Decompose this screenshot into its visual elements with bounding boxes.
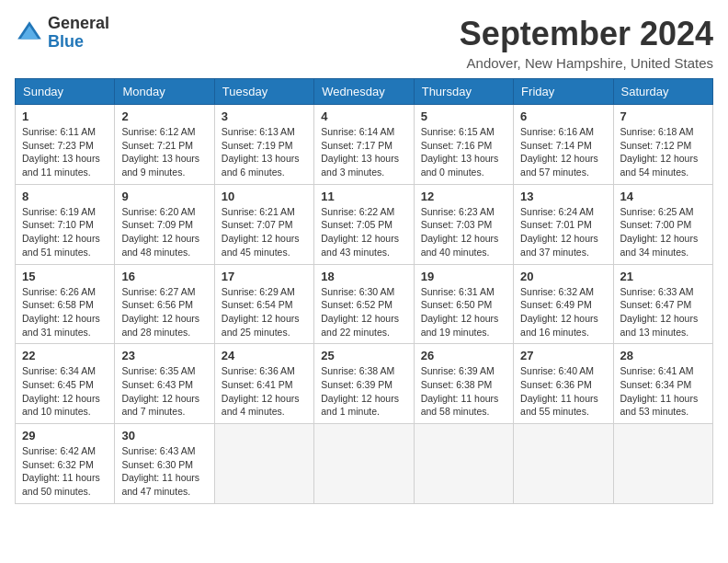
col-thursday: Thursday: [414, 79, 513, 105]
day-detail: Sunrise: 6:38 AM Sunset: 6:39 PM Dayligh…: [321, 364, 406, 419]
day-detail: Sunrise: 6:42 AM Sunset: 6:32 PM Dayligh…: [22, 444, 108, 499]
day-number: 1: [22, 109, 108, 123]
day-detail: Sunrise: 6:36 AM Sunset: 6:41 PM Dayligh…: [222, 364, 307, 419]
weekday-row: Sunday Monday Tuesday Wednesday Thursday…: [16, 79, 713, 105]
calendar-cell: 20 Sunrise: 6:32 AM Sunset: 6:49 PM Dayl…: [514, 264, 613, 344]
day-detail: Sunrise: 6:30 AM Sunset: 6:52 PM Dayligh…: [321, 285, 406, 339]
day-number: 10: [222, 190, 307, 203]
day-detail: Sunrise: 6:23 AM Sunset: 7:03 PM Dayligh…: [421, 205, 506, 259]
calendar-cell: [613, 424, 712, 504]
calendar-cell: [414, 424, 513, 504]
day-detail: Sunrise: 6:31 AM Sunset: 6:50 PM Dayligh…: [421, 285, 506, 339]
day-detail: Sunrise: 6:15 AM Sunset: 7:16 PM Dayligh…: [421, 125, 506, 179]
day-detail: Sunrise: 6:18 AM Sunset: 7:12 PM Dayligh…: [620, 125, 706, 179]
calendar-cell: 30 Sunrise: 6:43 AM Sunset: 6:30 PM Dayl…: [115, 424, 214, 504]
calendar-cell: 14 Sunrise: 6:25 AM Sunset: 7:00 PM Dayl…: [613, 184, 712, 264]
calendar-cell: 9 Sunrise: 6:20 AM Sunset: 7:09 PM Dayli…: [115, 184, 214, 264]
day-number: 9: [121, 190, 207, 203]
day-detail: Sunrise: 6:24 AM Sunset: 7:01 PM Dayligh…: [520, 205, 606, 259]
day-number: 5: [421, 109, 506, 123]
calendar-cell: 26 Sunrise: 6:39 AM Sunset: 6:38 PM Dayl…: [414, 344, 513, 424]
day-detail: Sunrise: 6:22 AM Sunset: 7:05 PM Dayligh…: [321, 205, 406, 259]
day-number: 27: [520, 349, 606, 362]
day-number: 26: [421, 349, 506, 362]
col-sunday: Sunday: [16, 79, 115, 105]
calendar-table: Sunday Monday Tuesday Wednesday Thursday…: [15, 78, 713, 504]
day-detail: Sunrise: 6:21 AM Sunset: 7:07 PM Dayligh…: [222, 205, 307, 259]
day-number: 18: [321, 270, 406, 283]
day-number: 17: [222, 270, 307, 283]
day-number: 22: [22, 349, 108, 362]
calendar-cell: 3 Sunrise: 6:13 AM Sunset: 7:19 PM Dayli…: [214, 105, 313, 185]
day-detail: Sunrise: 6:20 AM Sunset: 7:09 PM Dayligh…: [121, 205, 207, 259]
day-number: 2: [121, 109, 207, 123]
day-number: 7: [620, 109, 706, 123]
day-detail: Sunrise: 6:25 AM Sunset: 7:00 PM Dayligh…: [620, 205, 706, 259]
day-detail: Sunrise: 6:33 AM Sunset: 6:47 PM Dayligh…: [620, 285, 706, 339]
day-detail: Sunrise: 6:11 AM Sunset: 7:23 PM Dayligh…: [22, 125, 108, 179]
calendar-cell: 2 Sunrise: 6:12 AM Sunset: 7:21 PM Dayli…: [115, 105, 214, 185]
day-detail: Sunrise: 6:35 AM Sunset: 6:43 PM Dayligh…: [121, 364, 207, 419]
logo-icon: [15, 18, 44, 48]
calendar-cell: [214, 424, 313, 504]
logo-line1: General: [48, 15, 109, 33]
day-detail: Sunrise: 6:19 AM Sunset: 7:10 PM Dayligh…: [22, 205, 108, 259]
calendar-cell: 1 Sunrise: 6:11 AM Sunset: 7:23 PM Dayli…: [16, 105, 115, 185]
calendar-cell: 16 Sunrise: 6:27 AM Sunset: 6:56 PM Dayl…: [115, 264, 214, 344]
calendar-cell: 17 Sunrise: 6:29 AM Sunset: 6:54 PM Dayl…: [214, 264, 313, 344]
calendar-week-4: 22 Sunrise: 6:34 AM Sunset: 6:45 PM Dayl…: [16, 344, 713, 424]
title-area: September 2024 Andover, New Hampshire, U…: [460, 15, 713, 71]
day-number: 25: [321, 349, 406, 362]
col-saturday: Saturday: [613, 79, 712, 105]
day-number: 4: [321, 109, 406, 123]
day-number: 3: [222, 109, 307, 123]
day-number: 24: [222, 349, 307, 362]
day-detail: Sunrise: 6:27 AM Sunset: 6:56 PM Dayligh…: [121, 285, 207, 339]
col-tuesday: Tuesday: [214, 79, 313, 105]
calendar-cell: 21 Sunrise: 6:33 AM Sunset: 6:47 PM Dayl…: [613, 264, 712, 344]
day-number: 8: [22, 190, 108, 203]
day-number: 30: [121, 429, 207, 442]
col-monday: Monday: [115, 79, 214, 105]
calendar-header: Sunday Monday Tuesday Wednesday Thursday…: [16, 79, 713, 105]
day-number: 20: [520, 270, 606, 283]
day-detail: Sunrise: 6:41 AM Sunset: 6:34 PM Dayligh…: [620, 364, 706, 419]
day-number: 14: [620, 190, 706, 203]
day-detail: Sunrise: 6:29 AM Sunset: 6:54 PM Dayligh…: [222, 285, 307, 339]
day-detail: Sunrise: 6:26 AM Sunset: 6:58 PM Dayligh…: [22, 285, 108, 339]
day-number: 21: [620, 270, 706, 283]
calendar-subtitle: Andover, New Hampshire, United States: [460, 55, 713, 71]
calendar-cell: 23 Sunrise: 6:35 AM Sunset: 6:43 PM Dayl…: [115, 344, 214, 424]
logo-line2: Blue: [48, 33, 109, 52]
logo: General Blue: [15, 15, 109, 52]
day-detail: Sunrise: 6:43 AM Sunset: 6:30 PM Dayligh…: [121, 444, 207, 499]
calendar-cell: 4 Sunrise: 6:14 AM Sunset: 7:17 PM Dayli…: [314, 105, 414, 185]
calendar-cell: 10 Sunrise: 6:21 AM Sunset: 7:07 PM Dayl…: [214, 184, 313, 264]
day-detail: Sunrise: 6:16 AM Sunset: 7:14 PM Dayligh…: [520, 125, 606, 179]
calendar-cell: 28 Sunrise: 6:41 AM Sunset: 6:34 PM Dayl…: [613, 344, 712, 424]
calendar-cell: 22 Sunrise: 6:34 AM Sunset: 6:45 PM Dayl…: [16, 344, 115, 424]
day-number: 12: [421, 190, 506, 203]
calendar-cell: 8 Sunrise: 6:19 AM Sunset: 7:10 PM Dayli…: [16, 184, 115, 264]
day-number: 16: [121, 270, 207, 283]
logo-text: General Blue: [48, 15, 109, 52]
calendar-cell: 29 Sunrise: 6:42 AM Sunset: 6:32 PM Dayl…: [16, 424, 115, 504]
calendar-week-3: 15 Sunrise: 6:26 AM Sunset: 6:58 PM Dayl…: [16, 264, 713, 344]
col-wednesday: Wednesday: [314, 79, 414, 105]
calendar-cell: 19 Sunrise: 6:31 AM Sunset: 6:50 PM Dayl…: [414, 264, 513, 344]
day-detail: Sunrise: 6:12 AM Sunset: 7:21 PM Dayligh…: [121, 125, 207, 179]
calendar-week-1: 1 Sunrise: 6:11 AM Sunset: 7:23 PM Dayli…: [16, 105, 713, 185]
day-detail: Sunrise: 6:34 AM Sunset: 6:45 PM Dayligh…: [22, 364, 108, 419]
calendar-cell: 25 Sunrise: 6:38 AM Sunset: 6:39 PM Dayl…: [314, 344, 414, 424]
day-detail: Sunrise: 6:32 AM Sunset: 6:49 PM Dayligh…: [520, 285, 606, 339]
day-number: 29: [22, 429, 108, 442]
day-number: 11: [321, 190, 406, 203]
calendar-cell: 15 Sunrise: 6:26 AM Sunset: 6:58 PM Dayl…: [16, 264, 115, 344]
calendar-cell: 13 Sunrise: 6:24 AM Sunset: 7:01 PM Dayl…: [514, 184, 613, 264]
calendar-cell: 18 Sunrise: 6:30 AM Sunset: 6:52 PM Dayl…: [314, 264, 414, 344]
calendar-cell: [514, 424, 613, 504]
day-number: 6: [520, 109, 606, 123]
day-number: 13: [520, 190, 606, 203]
day-detail: Sunrise: 6:39 AM Sunset: 6:38 PM Dayligh…: [421, 364, 506, 419]
day-detail: Sunrise: 6:40 AM Sunset: 6:36 PM Dayligh…: [520, 364, 606, 419]
